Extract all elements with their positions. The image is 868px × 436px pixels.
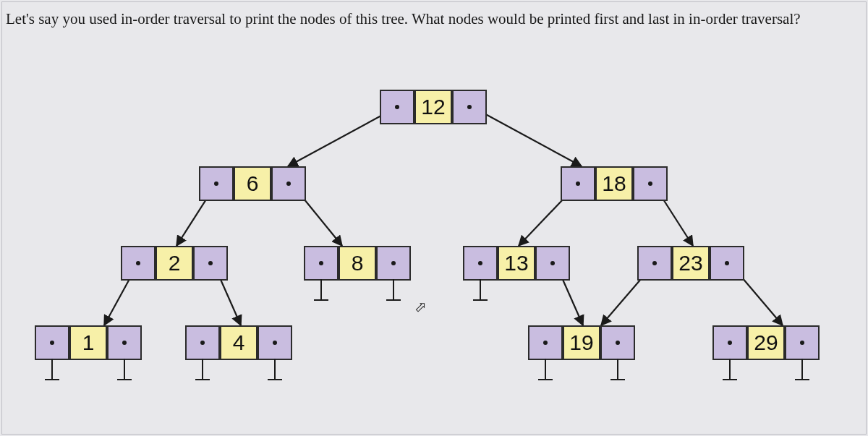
ptr-right — [452, 90, 487, 124]
ptr-left — [304, 246, 339, 281]
node-value: 12 — [414, 90, 452, 124]
node-value: 19 — [563, 325, 600, 360]
node-value: 18 — [595, 166, 633, 201]
node-12: 12 — [380, 90, 487, 124]
node-value: 23 — [672, 246, 710, 281]
ptr-left — [121, 246, 156, 281]
ptr-right — [271, 166, 306, 201]
node-6: 6 — [199, 166, 306, 201]
ptr-right — [107, 325, 142, 360]
node-2: 2 — [121, 246, 228, 281]
node-19: 19 — [528, 325, 635, 360]
node-value: 8 — [339, 246, 376, 281]
node-value: 6 — [234, 166, 271, 201]
node-value: 29 — [747, 325, 785, 360]
node-13: 13 — [463, 246, 570, 281]
ptr-left — [637, 246, 672, 281]
ptr-right — [376, 246, 411, 281]
ptr-left — [561, 166, 595, 201]
node-value: 2 — [156, 246, 193, 281]
ptr-left — [199, 166, 234, 201]
ptr-right — [193, 246, 228, 281]
node-4: 4 — [185, 325, 292, 360]
ptr-right — [710, 246, 744, 281]
ptr-right — [535, 246, 570, 281]
ptr-left — [712, 325, 747, 360]
ptr-left — [528, 325, 563, 360]
ptr-right — [633, 166, 668, 201]
node-1: 1 — [35, 325, 142, 360]
ptr-left — [463, 246, 498, 281]
node-value: 4 — [220, 325, 258, 360]
node-value: 1 — [69, 325, 107, 360]
ptr-left — [380, 90, 414, 124]
ptr-right — [600, 325, 635, 360]
ptr-right — [785, 325, 820, 360]
node-18: 18 — [561, 166, 668, 201]
ptr-left — [35, 325, 69, 360]
question-text: Let's say you used in-order traversal to… — [6, 9, 862, 30]
node-29: 29 — [712, 325, 820, 360]
node-value: 13 — [498, 246, 535, 281]
node-23: 23 — [637, 246, 744, 281]
ptr-right — [258, 325, 292, 360]
node-8: 8 — [304, 246, 411, 281]
ptr-left — [185, 325, 220, 360]
